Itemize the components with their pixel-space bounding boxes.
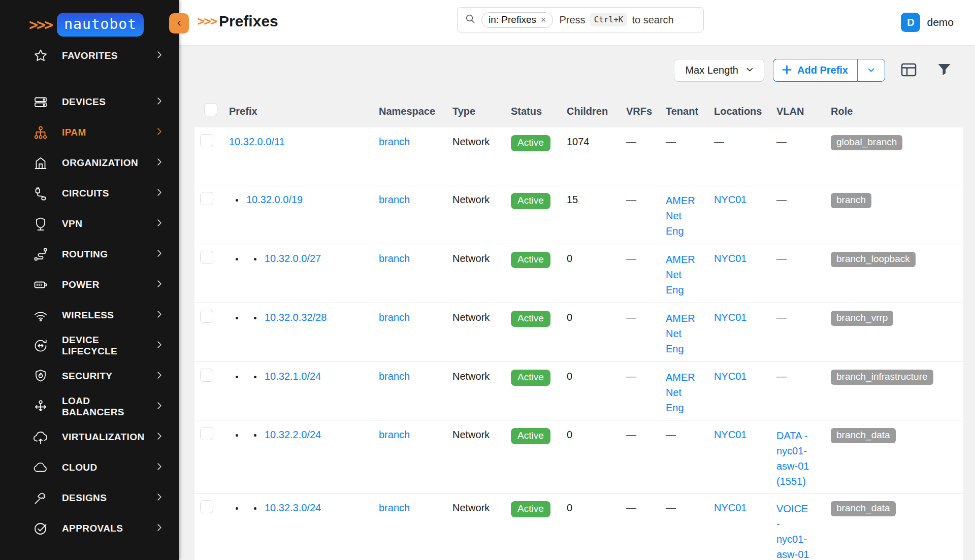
- locations-link[interactable]: NYC01: [714, 371, 746, 382]
- column-header-locations[interactable]: Locations: [708, 95, 771, 127]
- prefix-link[interactable]: 10.32.3.0/24: [265, 502, 321, 513]
- role-badge[interactable]: branch_data: [831, 428, 896, 443]
- row-checkbox[interactable]: [200, 192, 213, 205]
- organization-icon: [32, 155, 49, 171]
- add-prefix-button[interactable]: Add Prefix: [773, 59, 857, 82]
- prefix-link[interactable]: 10.32.0.0/27: [265, 253, 321, 264]
- prefix-link[interactable]: 10.32.2.0/24: [265, 429, 321, 440]
- locations-link[interactable]: NYC01: [714, 194, 746, 205]
- max-length-dropdown[interactable]: Max Length: [674, 59, 764, 82]
- sidebar-item-vpn[interactable]: VPN: [0, 209, 179, 239]
- sidebar-item-ipam[interactable]: IPAM: [0, 117, 179, 148]
- namespace-link[interactable]: branch: [379, 312, 410, 323]
- role-badge[interactable]: global_branch: [831, 135, 902, 150]
- select-all-checkbox[interactable]: [204, 103, 217, 116]
- chevron-right-icon: [154, 400, 165, 413]
- namespace-link[interactable]: branch: [379, 502, 410, 513]
- circuits-icon: [32, 185, 49, 202]
- sidebar-menu: FAVORITES DEVICES IPAM ORGANIZATION: [0, 41, 179, 544]
- vlan-link[interactable]: VOICE - nyc01-asw-01 (1651): [776, 501, 813, 560]
- tenant-link[interactable]: AMER Net Eng: [666, 370, 697, 415]
- approvals-icon: [32, 520, 49, 537]
- vrfs-value: —: [626, 429, 636, 440]
- row-checkbox[interactable]: [200, 134, 213, 147]
- sidebar-item-cloud[interactable]: CLOUD: [0, 452, 179, 483]
- role-badge[interactable]: branch_vrrp: [831, 311, 893, 326]
- chevron-right-icon: [154, 156, 165, 170]
- sidebar-item-device-lifecycle[interactable]: DEVICE LIFECYCLE: [0, 331, 179, 361]
- vrfs-value: —: [626, 194, 636, 205]
- sidebar-collapse-button[interactable]: [169, 13, 189, 34]
- sidebar-item-power[interactable]: POWER: [0, 270, 179, 300]
- sidebar-item-routing[interactable]: ROUTING: [0, 239, 179, 270]
- sidebar-item-devices[interactable]: DEVICES: [0, 87, 179, 117]
- column-header-vlan[interactable]: VLAN: [771, 95, 825, 127]
- namespace-link[interactable]: branch: [379, 371, 410, 382]
- row-checkbox[interactable]: [200, 427, 213, 440]
- column-header-vrfs[interactable]: VRFs: [621, 95, 660, 127]
- tenant-link[interactable]: AMER Net Eng: [666, 311, 697, 356]
- locations-link[interactable]: NYC01: [714, 502, 746, 513]
- tenant-link[interactable]: AMER Net Eng: [666, 252, 697, 298]
- role-badge[interactable]: branch_data: [831, 501, 896, 516]
- row-checkbox[interactable]: [200, 251, 213, 264]
- prefix-link[interactable]: 10.32.1.0/24: [265, 371, 321, 382]
- sidebar-item-approvals[interactable]: APPROVALS: [0, 513, 179, 544]
- chevron-right-icon: [154, 49, 165, 62]
- column-header-prefix[interactable]: Prefix: [223, 95, 373, 127]
- chip-close-icon[interactable]: ×: [541, 15, 546, 24]
- namespace-link[interactable]: branch: [379, 429, 410, 440]
- sidebar-item-favorites[interactable]: FAVORITES: [0, 41, 179, 71]
- namespace-link[interactable]: branch: [379, 136, 410, 147]
- type-value: Network: [452, 253, 490, 264]
- column-header-tenant[interactable]: Tenant: [660, 95, 708, 127]
- locations-link[interactable]: NYC01: [714, 253, 746, 264]
- sidebar-item-label: CLOUD: [62, 462, 154, 473]
- search-input[interactable]: in: Prefixes × Press Ctrl+K to search: [457, 7, 704, 32]
- column-header-namespace[interactable]: Namespace: [373, 95, 447, 127]
- prefix-link[interactable]: 10.32.0.0/19: [246, 194, 303, 205]
- column-header-status[interactable]: Status: [505, 95, 561, 127]
- row-checkbox[interactable]: [200, 369, 213, 382]
- row-checkbox[interactable]: [200, 310, 213, 323]
- add-prefix-caret-button[interactable]: [857, 59, 885, 82]
- table-columns-button[interactable]: [901, 63, 917, 78]
- sidebar-item-label: POWER: [62, 279, 154, 290]
- chevron-right-icon: [154, 248, 165, 261]
- column-header-role[interactable]: Role: [825, 95, 963, 127]
- role-badge[interactable]: branch_infrastructure: [831, 370, 933, 385]
- depth-dot: [236, 199, 238, 202]
- role-badge[interactable]: branch_loopback: [831, 252, 916, 267]
- role-badge[interactable]: branch: [831, 193, 871, 208]
- locations-link[interactable]: NYC01: [714, 429, 746, 440]
- vrfs-value: —: [626, 371, 636, 382]
- prefix-link[interactable]: 10.32.0.32/28: [265, 312, 327, 323]
- prefix-link[interactable]: 10.32.0.0/11: [229, 136, 285, 147]
- sidebar-item-wireless[interactable]: WIRELESS: [0, 300, 179, 331]
- column-header-children[interactable]: Children: [561, 95, 621, 127]
- row-checkbox[interactable]: [200, 500, 213, 513]
- vlan-link[interactable]: DATA - nyc01-asw-01 (1551): [776, 428, 813, 489]
- column-header-type[interactable]: Type: [447, 95, 505, 127]
- sidebar-item-label: CIRCUITS: [62, 188, 154, 199]
- nautobot-logo[interactable]: >>> nautobot: [0, 0, 179, 37]
- depth-dot: [254, 258, 256, 260]
- search-hint: Press Ctrl+K to search: [560, 13, 674, 26]
- sidebar-item-virtualization[interactable]: VIRTUALIZATION: [0, 422, 179, 452]
- chevron-right-icon: [154, 339, 165, 352]
- user-menu[interactable]: D demo: [901, 13, 954, 32]
- sidebar-item-designs[interactable]: DESIGNS: [0, 483, 179, 513]
- namespace-link[interactable]: branch: [379, 194, 410, 205]
- sidebar-item-security[interactable]: SECURITY: [0, 361, 179, 391]
- sidebar-item-organization[interactable]: ORGANIZATION: [0, 148, 179, 178]
- filter-button[interactable]: [937, 63, 951, 78]
- namespace-link[interactable]: branch: [379, 253, 410, 264]
- vlan-value: —: [776, 194, 787, 205]
- locations-link[interactable]: NYC01: [714, 312, 746, 323]
- table-toolbar: Max Length Add Prefix: [179, 46, 975, 82]
- add-prefix-label: Add Prefix: [797, 64, 848, 76]
- tenant-link[interactable]: AMER Net Eng: [666, 193, 697, 239]
- sidebar-item-load-balancers[interactable]: LOAD BALANCERS: [0, 391, 179, 422]
- sidebar-item-circuits[interactable]: CIRCUITS: [0, 178, 179, 209]
- filter-funnel-icon: [937, 63, 951, 78]
